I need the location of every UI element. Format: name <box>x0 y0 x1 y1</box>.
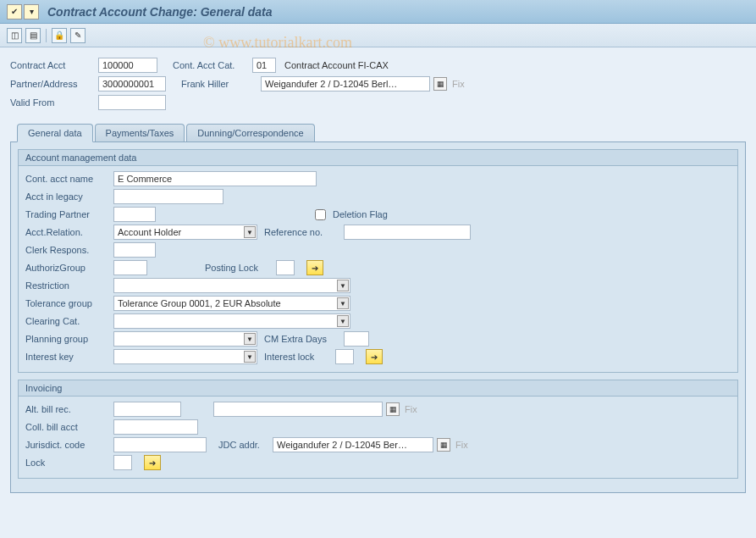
valid-from-label: Valid From <box>10 97 95 108</box>
separator <box>46 29 47 42</box>
posting-lock-label: Posting Lock <box>205 263 273 273</box>
interest-key-field[interactable] <box>113 349 257 364</box>
display-button[interactable]: 🔒 <box>52 28 67 43</box>
posting-lock-detail-button[interactable]: ➔ <box>306 260 323 275</box>
title-bar: ✔ ▾ Contract Account Change: General dat… <box>0 0 756 24</box>
group-title-account: Account management data <box>19 150 737 166</box>
lock-field[interactable] <box>113 455 132 470</box>
acct-relation-label: Acct.Relation. <box>25 227 110 237</box>
planning-field[interactable] <box>113 331 257 347</box>
header-fields: Contract Acct Cont. Acct Cat. Contract A… <box>0 47 756 119</box>
interest-lock-field[interactable] <box>335 349 354 364</box>
address-picker-icon[interactable]: ▦ <box>433 77 447 91</box>
clerk-field[interactable] <box>113 242 156 258</box>
authgrp-field[interactable] <box>113 260 147 275</box>
clearing-field[interactable] <box>113 313 350 329</box>
interest-key-label: Interest key <box>25 352 110 362</box>
contract-acct-field[interactable] <box>98 58 157 73</box>
trading-partner-label: Trading Partner <box>25 209 110 219</box>
cont-acct-name-field[interactable] <box>113 171 317 186</box>
deletion-flag-label: Deletion Flag <box>333 209 388 219</box>
menu-icon[interactable]: ▾ <box>24 4 39 19</box>
tabstrip: General data Payments/Taxes Dunning/Corr… <box>17 124 756 141</box>
deletion-flag-checkbox[interactable] <box>315 209 326 220</box>
coll-bill-field[interactable] <box>113 419 198 435</box>
tab-payments-taxes[interactable]: Payments/Taxes <box>95 124 185 141</box>
alt-bill-addr-field[interactable] <box>213 402 383 417</box>
group-title-invoicing: Invoicing <box>19 380 737 397</box>
tab-general-data[interactable]: General data <box>17 124 93 142</box>
partner-label: Partner/Address <box>10 79 95 89</box>
authgrp-label: AuthorizGroup <box>25 263 110 273</box>
reference-no-label: Reference no. <box>264 227 340 237</box>
group-invoicing: Invoicing Alt. bill rec. ▦ Fix Coll. bil… <box>18 380 738 479</box>
cont-acct-cat-label: Cont. Acct Cat. <box>173 60 249 70</box>
partner-name: Frank Hiller <box>181 79 257 89</box>
tab-panel-general: Account management data Cont. acct name … <box>10 141 746 493</box>
jurisdict-field[interactable] <box>113 437 207 452</box>
reference-no-field[interactable] <box>344 225 471 240</box>
restriction-label: Restriction <box>25 280 110 291</box>
restriction-field[interactable] <box>113 278 350 293</box>
tolerance-field[interactable] <box>113 296 350 311</box>
document-button[interactable]: ▤ <box>25 28 41 43</box>
interest-lock-detail-button[interactable]: ➔ <box>366 349 383 364</box>
valid-from-field[interactable] <box>98 95 166 110</box>
alt-bill-field[interactable] <box>113 402 181 417</box>
cont-acct-cat-field[interactable] <box>252 58 276 73</box>
partner-field[interactable] <box>98 76 166 92</box>
jdc-addr-field[interactable] <box>273 437 433 452</box>
cm-extra-label: CM Extra Days <box>264 334 340 344</box>
clearing-label: Clearing Cat. <box>25 316 110 326</box>
cm-extra-field[interactable] <box>344 331 369 347</box>
acct-legacy-field[interactable] <box>113 189 223 204</box>
posting-lock-field[interactable] <box>276 260 295 275</box>
cont-acct-cat-desc: Contract Account FI-CAX <box>284 60 389 70</box>
cont-acct-name-label: Cont. acct name <box>25 174 110 184</box>
acct-legacy-label: Acct in legacy <box>25 191 110 202</box>
trading-partner-field[interactable] <box>113 207 156 222</box>
jdc-picker-icon[interactable]: ▦ <box>437 438 450 452</box>
lock-label: Lock <box>25 458 110 468</box>
page-title: Contract Account Change: General data <box>47 5 273 19</box>
jurisdict-label: Jurisdict. code <box>25 440 110 450</box>
lock-detail-button[interactable]: ➔ <box>144 455 161 470</box>
fix-label-3: Fix <box>455 440 468 450</box>
fix-label-2: Fix <box>405 404 417 414</box>
clerk-label: Clerk Respons. <box>25 245 110 255</box>
app-toolbar: ◫ ▤ 🔒 ✎ <box>0 24 756 47</box>
acct-relation-field[interactable] <box>113 225 257 240</box>
partner-addr-field[interactable] <box>261 76 430 92</box>
jdc-addr-label: JDC addr. <box>218 440 269 450</box>
tab-dunning[interactable]: Dunning/Correspondence <box>186 124 314 141</box>
tolerance-label: Tolerance group <box>25 298 110 308</box>
check-icon[interactable]: ✔ <box>7 4 22 19</box>
other-object-button[interactable]: ◫ <box>7 28 22 43</box>
alt-bill-picker-icon[interactable]: ▦ <box>386 402 400 416</box>
coll-bill-label: Coll. bill acct <box>25 422 110 432</box>
group-account-management: Account management data Cont. acct name … <box>18 149 738 373</box>
fix-label-1: Fix <box>452 79 465 89</box>
change-button[interactable]: ✎ <box>70 28 86 43</box>
contract-acct-label: Contract Acct <box>10 60 95 70</box>
planning-label: Planning group <box>25 334 110 344</box>
alt-bill-label: Alt. bill rec. <box>25 404 110 414</box>
interest-lock-label: Interest lock <box>264 352 332 362</box>
